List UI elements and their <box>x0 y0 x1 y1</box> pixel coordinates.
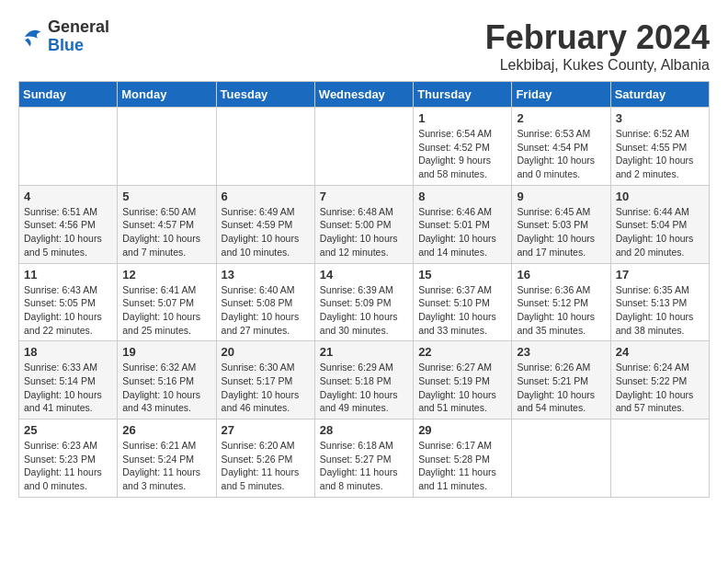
day-info: Sunrise: 6:35 AMSunset: 5:13 PMDaylight:… <box>616 283 704 338</box>
day-info: Sunrise: 6:54 AMSunset: 4:52 PMDaylight:… <box>418 127 506 181</box>
day-cell: 4Sunrise: 6:51 AMSunset: 4:56 PMDaylight… <box>19 185 118 263</box>
day-number: 16 <box>517 268 605 282</box>
day-cell: 2Sunrise: 6:53 AMSunset: 4:54 PMDaylight… <box>512 108 610 186</box>
day-info: Sunrise: 6:48 AMSunset: 5:00 PMDaylight:… <box>320 205 408 259</box>
day-info: Sunrise: 6:39 AMSunset: 5:09 PMDaylight:… <box>320 283 408 338</box>
day-cell: 29Sunrise: 6:17 AMSunset: 5:28 PMDayligh… <box>414 419 512 498</box>
day-of-week-header-row: SundayMondayTuesdayWednesdayThursdayFrid… <box>19 82 710 108</box>
day-number: 23 <box>517 345 605 359</box>
day-cell <box>118 108 216 186</box>
day-number: 29 <box>418 423 506 437</box>
day-cell: 24Sunrise: 6:24 AMSunset: 5:22 PMDayligh… <box>610 341 709 419</box>
day-cell: 13Sunrise: 6:40 AMSunset: 5:08 PMDayligh… <box>216 263 314 341</box>
month-title: February 2024 <box>485 18 710 57</box>
day-info: Sunrise: 6:18 AMSunset: 5:27 PMDaylight:… <box>320 439 408 493</box>
dow-sunday: Sunday <box>19 82 118 108</box>
day-number: 14 <box>320 268 408 282</box>
day-cell: 5Sunrise: 6:50 AMSunset: 4:57 PMDaylight… <box>118 185 216 263</box>
dow-friday: Friday <box>512 82 610 108</box>
day-cell: 25Sunrise: 6:23 AMSunset: 5:23 PMDayligh… <box>19 419 118 498</box>
day-cell: 7Sunrise: 6:48 AMSunset: 5:00 PMDaylight… <box>314 185 413 263</box>
day-number: 11 <box>24 268 112 282</box>
day-number: 7 <box>320 190 408 203</box>
day-cell: 20Sunrise: 6:30 AMSunset: 5:17 PMDayligh… <box>216 341 314 419</box>
day-number: 25 <box>24 423 112 437</box>
day-cell: 8Sunrise: 6:46 AMSunset: 5:01 PMDaylight… <box>414 185 512 263</box>
day-cell: 10Sunrise: 6:44 AMSunset: 5:04 PMDayligh… <box>610 185 709 263</box>
location-text: Lekbibaj, Kukes County, Albania <box>485 57 710 74</box>
day-cell: 21Sunrise: 6:29 AMSunset: 5:18 PMDayligh… <box>314 341 413 419</box>
day-cell: 27Sunrise: 6:20 AMSunset: 5:26 PMDayligh… <box>216 419 314 498</box>
logo-blue-text: Blue <box>48 37 109 55</box>
day-info: Sunrise: 6:37 AMSunset: 5:10 PMDaylight:… <box>418 283 506 338</box>
day-info: Sunrise: 6:43 AMSunset: 5:05 PMDaylight:… <box>24 283 112 338</box>
day-number: 18 <box>24 345 112 359</box>
day-info: Sunrise: 6:24 AMSunset: 5:22 PMDaylight:… <box>616 361 704 415</box>
dow-monday: Monday <box>118 82 216 108</box>
day-number: 13 <box>222 268 310 282</box>
day-number: 2 <box>517 111 605 125</box>
day-number: 6 <box>222 190 310 203</box>
dow-saturday: Saturday <box>610 82 709 108</box>
day-cell: 9Sunrise: 6:45 AMSunset: 5:03 PMDaylight… <box>512 185 610 263</box>
day-cell: 1Sunrise: 6:54 AMSunset: 4:52 PMDaylight… <box>414 108 512 186</box>
day-cell: 16Sunrise: 6:36 AMSunset: 5:12 PMDayligh… <box>512 263 610 341</box>
day-info: Sunrise: 6:23 AMSunset: 5:23 PMDaylight:… <box>24 439 112 493</box>
calendar-body: 1Sunrise: 6:54 AMSunset: 4:52 PMDaylight… <box>19 108 710 498</box>
day-info: Sunrise: 6:27 AMSunset: 5:19 PMDaylight:… <box>418 361 506 415</box>
day-number: 24 <box>616 345 704 359</box>
day-number: 19 <box>122 345 210 359</box>
day-number: 28 <box>320 423 408 437</box>
day-number: 20 <box>222 345 310 359</box>
dow-wednesday: Wednesday <box>314 82 413 108</box>
day-info: Sunrise: 6:52 AMSunset: 4:55 PMDaylight:… <box>616 127 704 181</box>
day-info: Sunrise: 6:33 AMSunset: 5:14 PMDaylight:… <box>24 361 112 415</box>
week-row-1: 1Sunrise: 6:54 AMSunset: 4:52 PMDaylight… <box>19 108 710 186</box>
day-info: Sunrise: 6:32 AMSunset: 5:16 PMDaylight:… <box>122 361 210 415</box>
logo-bird-icon <box>18 24 44 50</box>
day-cell: 19Sunrise: 6:32 AMSunset: 5:16 PMDayligh… <box>118 341 216 419</box>
day-info: Sunrise: 6:49 AMSunset: 4:59 PMDaylight:… <box>222 205 310 259</box>
day-number: 8 <box>418 190 506 203</box>
day-info: Sunrise: 6:26 AMSunset: 5:21 PMDaylight:… <box>517 361 605 415</box>
day-info: Sunrise: 6:40 AMSunset: 5:08 PMDaylight:… <box>222 283 310 338</box>
day-info: Sunrise: 6:46 AMSunset: 5:01 PMDaylight:… <box>418 205 506 259</box>
day-number: 4 <box>24 190 112 203</box>
day-cell <box>314 108 413 186</box>
day-number: 17 <box>616 268 704 282</box>
day-info: Sunrise: 6:21 AMSunset: 5:24 PMDaylight:… <box>122 439 210 493</box>
day-info: Sunrise: 6:29 AMSunset: 5:18 PMDaylight:… <box>320 361 408 415</box>
day-cell: 6Sunrise: 6:49 AMSunset: 4:59 PMDaylight… <box>216 185 314 263</box>
day-cell <box>610 419 709 498</box>
day-cell: 3Sunrise: 6:52 AMSunset: 4:55 PMDaylight… <box>610 108 709 186</box>
day-number: 26 <box>122 423 210 437</box>
dow-thursday: Thursday <box>414 82 512 108</box>
day-info: Sunrise: 6:30 AMSunset: 5:17 PMDaylight:… <box>222 361 310 415</box>
day-cell: 15Sunrise: 6:37 AMSunset: 5:10 PMDayligh… <box>414 263 512 341</box>
day-cell: 22Sunrise: 6:27 AMSunset: 5:19 PMDayligh… <box>414 341 512 419</box>
day-number: 12 <box>122 268 210 282</box>
day-info: Sunrise: 6:50 AMSunset: 4:57 PMDaylight:… <box>122 205 210 259</box>
calendar-table: SundayMondayTuesdayWednesdayThursdayFrid… <box>18 81 710 498</box>
day-info: Sunrise: 6:17 AMSunset: 5:28 PMDaylight:… <box>418 439 506 493</box>
day-info: Sunrise: 6:20 AMSunset: 5:26 PMDaylight:… <box>222 439 310 493</box>
day-cell: 12Sunrise: 6:41 AMSunset: 5:07 PMDayligh… <box>118 263 216 341</box>
day-info: Sunrise: 6:44 AMSunset: 5:04 PMDaylight:… <box>616 205 704 259</box>
week-row-4: 18Sunrise: 6:33 AMSunset: 5:14 PMDayligh… <box>19 341 710 419</box>
day-number: 21 <box>320 345 408 359</box>
day-cell: 11Sunrise: 6:43 AMSunset: 5:05 PMDayligh… <box>19 263 118 341</box>
page-header: General Blue February 2024 Lekbibaj, Kuk… <box>18 18 710 74</box>
week-row-5: 25Sunrise: 6:23 AMSunset: 5:23 PMDayligh… <box>19 419 710 498</box>
day-info: Sunrise: 6:51 AMSunset: 4:56 PMDaylight:… <box>24 205 112 259</box>
day-cell: 26Sunrise: 6:21 AMSunset: 5:24 PMDayligh… <box>118 419 216 498</box>
day-info: Sunrise: 6:41 AMSunset: 5:07 PMDaylight:… <box>122 283 210 338</box>
day-number: 3 <box>616 111 704 125</box>
day-cell: 14Sunrise: 6:39 AMSunset: 5:09 PMDayligh… <box>314 263 413 341</box>
day-number: 1 <box>418 111 506 125</box>
logo: General Blue <box>18 18 109 55</box>
week-row-3: 11Sunrise: 6:43 AMSunset: 5:05 PMDayligh… <box>19 263 710 341</box>
day-cell: 23Sunrise: 6:26 AMSunset: 5:21 PMDayligh… <box>512 341 610 419</box>
day-cell <box>512 419 610 498</box>
day-cell <box>19 108 118 186</box>
day-number: 15 <box>418 268 506 282</box>
